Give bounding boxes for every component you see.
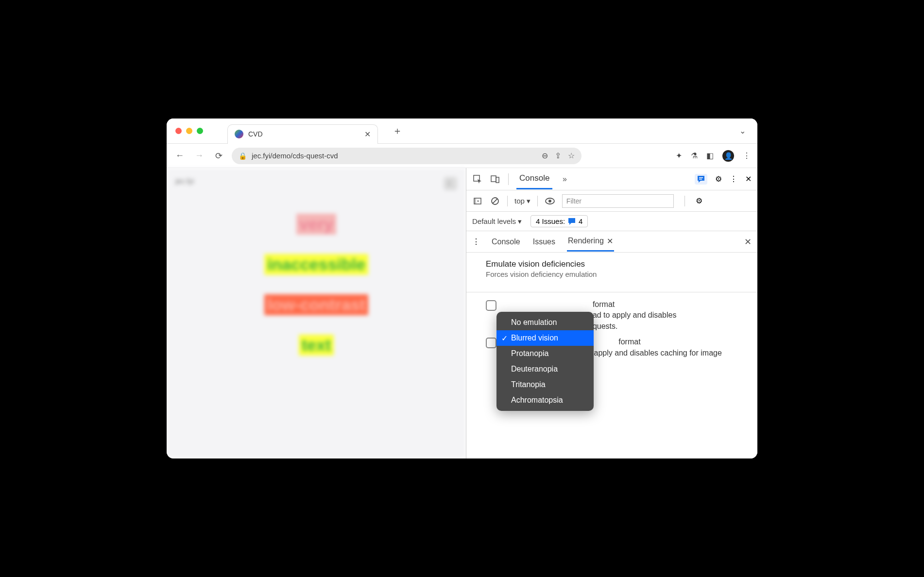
svg-point-10 — [548, 200, 551, 203]
tab-title: CVD — [248, 130, 359, 138]
dropdown-arrow-icon: ▾ — [518, 217, 522, 226]
sidepanel-icon[interactable]: ◧ — [706, 151, 714, 160]
page-word: text — [299, 335, 334, 356]
drawer-tab-rendering[interactable]: Rendering ✕ — [567, 232, 614, 252]
profile-avatar[interactable]: 👤 — [722, 150, 734, 162]
dropdown-item-no-emulation[interactable]: No emulation — [496, 315, 594, 330]
svg-rect-2 — [496, 177, 499, 183]
log-levels-selector[interactable]: Default levels ▾ — [472, 217, 522, 226]
clear-console-icon[interactable] — [490, 197, 500, 205]
page-brand: jec.fyi — [175, 177, 194, 190]
devtools-tab-console[interactable]: Console — [516, 169, 552, 189]
lock-icon: 🔒 — [239, 152, 247, 160]
minimize-window-button[interactable] — [186, 128, 192, 134]
divider — [507, 196, 508, 206]
labs-icon[interactable]: ⚗ — [691, 151, 698, 160]
divider — [508, 173, 509, 185]
drawer-menu-icon[interactable]: ⋮ — [472, 237, 480, 246]
issues-button[interactable]: 4 Issues: 4 — [530, 215, 588, 227]
drawer-tab-console[interactable]: Console — [491, 233, 521, 251]
drawer-tab-issues[interactable]: Issues — [532, 233, 556, 251]
console-toolbar: top ▾ Filter ⚙ — [466, 190, 757, 212]
dark-mode-toggle[interactable]: ☾ — [444, 177, 457, 190]
sidebar-toggle-icon[interactable] — [472, 197, 483, 205]
page-word: inaccessible — [264, 254, 368, 275]
browser-window: CVD ✕ ＋ ⌄ ← → ⟳ 🔒 jec.fyi/demo/cds-quest… — [167, 119, 757, 458]
page-word: low-contrast — [264, 294, 368, 315]
tab-close-button[interactable]: ✕ — [364, 130, 371, 139]
page-viewport: jec.fyi ☾ very inaccessible low-contrast… — [167, 168, 466, 458]
page-word: very — [296, 214, 336, 235]
browser-menu-icon[interactable]: ⋮ — [743, 151, 751, 160]
messages-icon[interactable] — [695, 174, 707, 185]
close-window-button[interactable] — [175, 128, 182, 134]
tabs-overflow[interactable]: ⌄ — [739, 126, 749, 136]
settings-icon[interactable]: ⚙ — [715, 174, 722, 184]
checkbox[interactable] — [486, 338, 496, 348]
emulate-subtitle: Forces vision deficiency emulation — [486, 270, 738, 278]
dropdown-item-protanopia[interactable]: Protanopia — [496, 346, 594, 361]
checkbox[interactable] — [486, 300, 496, 311]
dropdown-item-blurred-vision[interactable]: Blurred vision — [496, 330, 594, 346]
svg-rect-3 — [699, 177, 703, 178]
device-mode-icon[interactable] — [490, 174, 500, 184]
maximize-window-button[interactable] — [197, 128, 203, 134]
svg-rect-6 — [474, 198, 476, 204]
close-tab-icon[interactable]: ✕ — [607, 237, 613, 246]
drawer-close-icon[interactable]: ✕ — [744, 237, 752, 247]
chevron-down-icon: ⌄ — [739, 127, 746, 135]
dropdown-item-deuteranopia[interactable]: Deuteranopia — [496, 361, 594, 377]
devtools-panel: Console » ⚙ ⋮ ✕ top — [466, 168, 757, 458]
title-bar: CVD ✕ ＋ ⌄ — [167, 119, 757, 144]
dropdown-item-tritanopia[interactable]: Tritanopia — [496, 377, 594, 392]
context-selector[interactable]: top ▾ — [514, 197, 530, 205]
message-icon — [568, 218, 576, 225]
browser-tab[interactable]: CVD ✕ — [227, 124, 378, 144]
dropdown-item-achromatopsia[interactable]: Achromatopsia — [496, 392, 594, 408]
star-icon[interactable]: ☆ — [568, 151, 575, 160]
zoom-icon[interactable]: ⊖ — [542, 151, 548, 160]
svg-rect-1 — [491, 176, 496, 182]
forward-button[interactable]: → — [193, 150, 205, 162]
address-bar-row: ← → ⟳ 🔒 jec.fyi/demo/cds-quest-cvd ⊖ ⇪ ☆… — [167, 144, 757, 168]
content-area: jec.fyi ☾ very inaccessible low-contrast… — [167, 168, 757, 458]
dropdown-arrow-icon: ▾ — [527, 197, 530, 205]
favicon-icon — [235, 130, 243, 138]
console-levels-bar: Default levels ▾ 4 Issues: 4 — [466, 212, 757, 231]
divider — [537, 196, 538, 206]
extensions-icon[interactable]: ✦ — [676, 151, 682, 160]
inspect-element-icon[interactable] — [472, 174, 483, 184]
svg-line-8 — [493, 199, 497, 204]
emulate-title: Emulate vision deficiencies — [486, 259, 738, 269]
drawer-tab-bar: ⋮ Console Issues Rendering ✕ ✕ — [466, 231, 757, 253]
omnibox[interactable]: 🔒 jec.fyi/demo/cds-quest-cvd ⊖ ⇪ ☆ — [232, 148, 582, 164]
svg-rect-4 — [699, 179, 702, 180]
devtools-close-icon[interactable]: ✕ — [745, 174, 752, 184]
filter-input[interactable]: Filter — [562, 194, 674, 208]
devtools-menu-icon[interactable]: ⋮ — [730, 174, 737, 184]
more-tabs-icon[interactable]: » — [559, 175, 570, 184]
divider — [466, 292, 757, 292]
new-tab-button[interactable]: ＋ — [393, 124, 402, 137]
traffic-lights — [175, 128, 203, 134]
devtools-top-bar: Console » ⚙ ⋮ ✕ — [466, 168, 757, 190]
console-settings-icon[interactable]: ⚙ — [696, 196, 702, 205]
back-button[interactable]: ← — [173, 150, 186, 162]
share-icon[interactable]: ⇪ — [555, 151, 561, 160]
reload-button[interactable]: ⟳ — [212, 150, 225, 162]
vision-deficiency-dropdown[interactable]: No emulation Blurred vision Protanopia D… — [496, 312, 594, 411]
url-text: jec.fyi/demo/cds-quest-cvd — [252, 152, 537, 160]
divider — [684, 196, 685, 206]
live-expression-icon[interactable] — [545, 198, 555, 204]
